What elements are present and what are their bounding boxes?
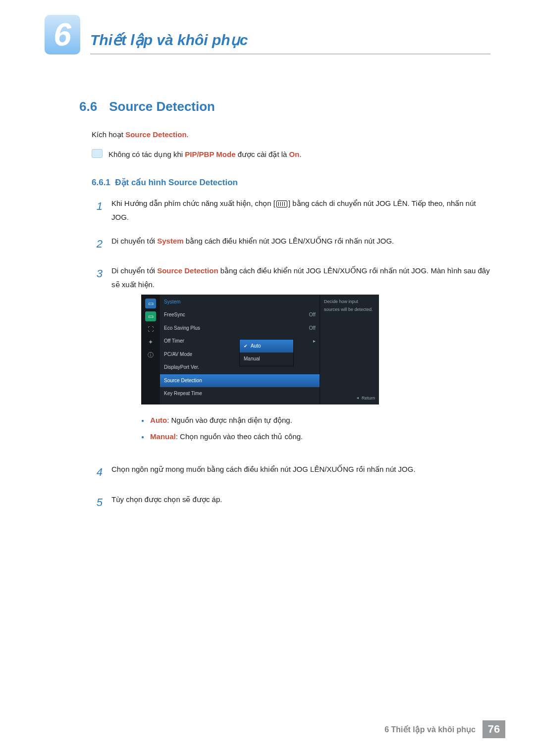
- term-manual: Manual: [150, 432, 176, 441]
- osd-row-freesync: FreeSyncOff: [160, 308, 320, 322]
- bullet-icon: ●: [141, 416, 144, 427]
- footer-chapter-label: 6 Thiết lập và khôi phục: [384, 725, 476, 734]
- section-number: 6.6: [79, 99, 97, 114]
- osd-screenshot: ▭ ▭ ⛶ ✦ ⓘ System FreeSyncOff Eco Saving …: [141, 295, 379, 404]
- subsection-number: 6.6.1: [92, 178, 110, 187]
- text: Tùy chọn được chọn sẽ được áp.: [111, 493, 490, 513]
- chapter-title: Thiết lập và khôi phục: [90, 31, 248, 49]
- text: Không có tác dụng khi: [108, 150, 185, 158]
- step-number: 3: [92, 264, 103, 453]
- step-1: 1 Khi Hướng dẫn phím chức năng xuất hiện…: [92, 197, 490, 224]
- osd-help-text: Decide how input sources will be detecte…: [320, 295, 379, 404]
- osd-row-keyrepeat: Key Repeat Time: [160, 387, 320, 401]
- text: Di chuyển tới: [111, 266, 157, 275]
- osd-row-source-detection: Source Detection: [160, 374, 320, 388]
- note-icon: [92, 149, 103, 158]
- chapter-header: 6 Thiết lập và khôi phục: [45, 15, 490, 54]
- osd-option-auto: ✔Auto: [240, 340, 293, 353]
- text: bằng cách điều khiển nút JOG LÊN/XUỐNG r…: [184, 237, 394, 245]
- step-5: 5 Tùy chọn được chọn sẽ được áp.: [92, 493, 490, 513]
- step-4: 4 Chọn ngôn ngữ mong muốn bằng cách điều…: [92, 462, 490, 483]
- osd-main: System FreeSyncOff Eco Saving PlusOff Of…: [160, 295, 320, 404]
- osd-icon-picture: ▭: [145, 299, 156, 308]
- osd-icon-display: ⛶: [145, 324, 156, 334]
- term-system: System: [157, 237, 183, 245]
- text: .: [187, 130, 189, 139]
- activate-line: Kích hoạt Source Detection.: [92, 128, 490, 141]
- page-number: 76: [482, 720, 505, 738]
- subsection-heading: 6.6.1 Đặt cấu hình Source Detection: [92, 177, 490, 188]
- text: : Chọn nguồn vào theo cách thủ công.: [176, 432, 303, 441]
- note: Không có tác dụng khi PIP/PBP Mode được …: [92, 148, 490, 161]
- section-title: Source Detection: [109, 99, 215, 114]
- term-auto: Auto: [150, 416, 167, 424]
- osd-icon-system: ✦: [145, 337, 156, 347]
- step-number: 2: [92, 234, 103, 254]
- term-source-detection: Source Detection: [125, 130, 186, 139]
- text: : Nguồn vào được nhận diện tự động.: [167, 416, 292, 424]
- chapter-number-badge: 6: [45, 15, 80, 54]
- term-on: On: [289, 150, 300, 158]
- term-source-detection: Source Detection: [157, 266, 218, 275]
- bullet-auto: ● Auto: Nguồn vào được nhận diện tự động…: [141, 413, 490, 427]
- osd-return: ◂Return: [357, 394, 375, 403]
- osd-row-eco: Eco Saving PlusOff: [160, 322, 320, 335]
- osd-title: System: [160, 298, 320, 309]
- text: được cài đặt là: [236, 150, 289, 158]
- osd-sidebar: ▭ ▭ ⛶ ✦ ⓘ: [141, 295, 160, 404]
- text: Khi Hướng dẫn phím chức năng xuất hiện, …: [111, 199, 275, 207]
- page-footer: 6 Thiết lập và khôi phục 76: [45, 720, 505, 738]
- text: Chọn ngôn ngữ mong muốn bằng cách điều k…: [111, 462, 490, 483]
- step-number: 1: [92, 197, 103, 224]
- step-3: 3 Di chuyển tới Source Detection bằng cá…: [92, 264, 490, 453]
- osd-submenu: ✔Auto Manual: [239, 339, 294, 366]
- bullet-manual: ● Manual: Chọn nguồn vào theo cách thủ c…: [141, 430, 490, 444]
- step-number: 5: [92, 493, 103, 513]
- text: Kích hoạt: [92, 130, 125, 139]
- section-heading: 6.6 Source Detection: [79, 99, 490, 114]
- step-2: 2 Di chuyển tới System bằng cách điều kh…: [92, 234, 490, 254]
- step-number: 4: [92, 462, 103, 483]
- osd-icon-info: ⓘ: [145, 350, 156, 360]
- bullet-icon: ●: [141, 433, 144, 444]
- term-pip-pbp: PIP/PBP Mode: [185, 150, 235, 158]
- osd-icon-pip: ▭: [145, 311, 156, 321]
- text: .: [299, 150, 301, 158]
- text: Di chuyển tới: [111, 237, 157, 245]
- osd-option-manual: Manual: [240, 353, 293, 366]
- menu-icon: [276, 201, 287, 207]
- subsection-title: Đặt cấu hình Source Detection: [115, 178, 238, 187]
